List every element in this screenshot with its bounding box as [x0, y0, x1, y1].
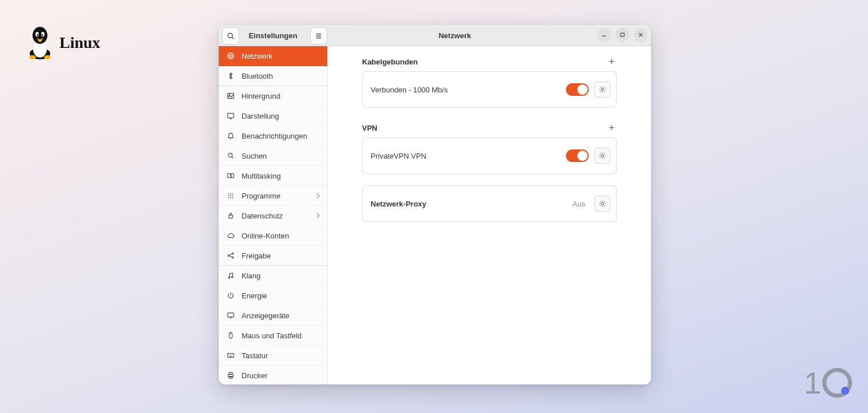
svg-point-23: [228, 153, 232, 157]
svg-point-37: [228, 255, 230, 257]
sidebar-item-bell[interactable]: Benachrichtigungen: [219, 126, 327, 146]
sidebar-item-label: Klang: [242, 272, 320, 280]
brand-text: Linux: [59, 34, 101, 52]
music-icon: [227, 272, 235, 280]
apps-icon: [227, 192, 235, 200]
sidebar-item-label: Drucker: [242, 371, 320, 380]
sidebar-item-apps[interactable]: Programme: [219, 186, 327, 206]
svg-point-34: [230, 197, 231, 199]
svg-point-31: [230, 195, 231, 196]
bell-icon: [227, 132, 235, 140]
vpn-settings-button[interactable]: [594, 148, 610, 164]
svg-point-57: [601, 155, 604, 157]
vpn-toggle[interactable]: [566, 149, 589, 162]
svg-point-39: [232, 257, 234, 258]
svg-point-29: [232, 193, 234, 195]
appearance-icon: [227, 112, 235, 120]
svg-point-5: [37, 34, 39, 36]
hamburger-button[interactable]: [310, 27, 327, 44]
network-panel: Kabelgebunden + Verbunden - 1000 Mb/s VP…: [328, 46, 651, 384]
sidebar-item-cloud[interactable]: Online-Konten: [219, 226, 327, 246]
wired-title: Kabelgebunden: [362, 58, 418, 66]
svg-point-32: [232, 195, 234, 196]
cloud-icon: [227, 232, 235, 240]
sidebar-item-label: Online-Konten: [242, 232, 320, 240]
sidebar-item-display[interactable]: Anzeigegeräte: [219, 306, 327, 326]
svg-line-41: [230, 256, 232, 257]
sidebar-item-label: Anzeigegeräte: [242, 311, 320, 320]
svg-point-27: [228, 193, 230, 195]
svg-point-58: [601, 203, 604, 205]
display-icon: [227, 311, 235, 319]
sidebar-item-lock[interactable]: Datenschutz: [219, 206, 327, 226]
sidebar-item-label: Tastatur: [242, 351, 320, 360]
svg-rect-48: [228, 354, 234, 358]
svg-point-30: [228, 195, 230, 196]
sidebar-item-mouse[interactable]: Maus und Tastfeld: [219, 326, 327, 346]
svg-line-40: [230, 254, 232, 255]
sidebar-item-label: Benachrichtigungen: [242, 132, 320, 140]
search-icon: [227, 152, 235, 160]
add-vpn-button[interactable]: +: [606, 123, 617, 133]
svg-line-24: [232, 157, 234, 159]
sidebar-item-label: Bluetooth: [242, 72, 320, 80]
svg-rect-21: [228, 114, 234, 118]
chevron-right-icon: [316, 193, 320, 199]
sidebar-item-label: Netzwerk: [242, 52, 320, 60]
close-button[interactable]: [634, 28, 648, 42]
wired-status: Verbunden - 1000 Mb/s: [371, 86, 560, 94]
maximize-button[interactable]: [616, 28, 629, 42]
wired-section-header: Kabelgebunden +: [362, 56, 617, 67]
sidebar-item-appearance[interactable]: Darstellung: [219, 106, 327, 126]
proxy-status: Aus: [573, 200, 585, 208]
bluetooth-icon: [227, 72, 235, 80]
vpn-section-header: VPN +: [362, 123, 617, 133]
chevron-right-icon: [316, 213, 320, 218]
sidebar-item-keyboard[interactable]: Tastatur: [219, 346, 327, 366]
wired-toggle[interactable]: [566, 83, 589, 96]
sidebar-item-globe[interactable]: Netzwerk: [219, 46, 327, 66]
svg-point-6: [42, 34, 43, 36]
svg-point-43: [231, 276, 233, 278]
wired-card: Verbunden - 1000 Mb/s: [362, 71, 617, 108]
svg-rect-54: [229, 372, 232, 375]
svg-point-28: [230, 193, 231, 195]
sidebar-item-share[interactable]: Freigabe: [219, 246, 327, 266]
power-icon: [227, 291, 235, 299]
add-wired-button[interactable]: +: [606, 56, 617, 67]
lock-icon: [227, 212, 235, 220]
sidebar-item-printer[interactable]: Drucker: [219, 366, 327, 384]
sidebar-item-search[interactable]: Suchen: [219, 146, 327, 166]
linux-brand: Linux: [25, 25, 101, 60]
svg-point-33: [228, 197, 230, 199]
sidebar-item-music[interactable]: Klang: [219, 266, 327, 286]
sidebar-item-picture[interactable]: Hintergrund: [219, 86, 327, 106]
proxy-title: Netzwerk-Proxy: [371, 200, 567, 208]
picture-icon: [227, 92, 235, 100]
svg-point-35: [232, 197, 234, 199]
printer-icon: [227, 371, 235, 379]
sidebar-item-power[interactable]: Energie: [219, 286, 327, 306]
watermark-logo: 1: [804, 367, 852, 398]
sidebar-item-multitask[interactable]: Multitasking: [219, 166, 327, 186]
wired-settings-button[interactable]: [594, 82, 610, 98]
proxy-settings-button[interactable]: [594, 196, 610, 212]
sidebar-item-label: Maus und Tastfeld: [242, 331, 320, 340]
share-icon: [227, 252, 235, 260]
sidebar-item-label: Datenschutz: [242, 212, 309, 220]
svg-rect-26: [231, 174, 234, 178]
sidebar-item-label: Hintergrund: [242, 92, 320, 100]
minimize-button[interactable]: [597, 28, 611, 42]
tux-icon: [25, 25, 55, 60]
vpn-name: PrivateVPN VPN: [371, 152, 560, 160]
sidebar-item-label: Freigabe: [242, 252, 320, 260]
sidebar-item-bluetooth[interactable]: Bluetooth: [219, 66, 327, 86]
globe-icon: [227, 52, 235, 60]
svg-point-38: [232, 253, 234, 254]
proxy-card: Netzwerk-Proxy Aus: [362, 185, 617, 222]
vpn-card: PrivateVPN VPN: [362, 137, 617, 174]
vpn-title: VPN: [362, 124, 377, 132]
svg-rect-36: [229, 215, 233, 218]
sidebar-item-label: Programme: [242, 192, 309, 200]
svg-rect-13: [621, 33, 624, 37]
